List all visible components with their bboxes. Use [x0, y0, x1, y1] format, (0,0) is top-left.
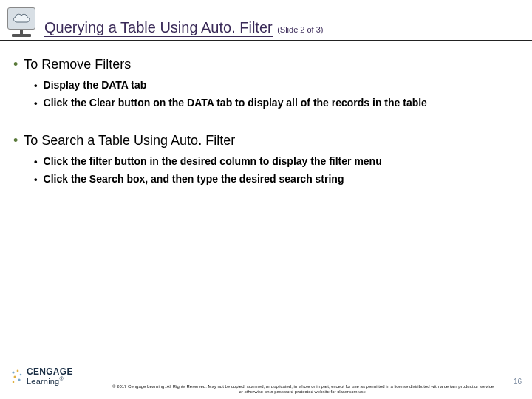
- svg-point-3: [14, 375, 16, 378]
- slide-subtitle: (Slide 2 of 3): [277, 25, 323, 35]
- svg-point-0: [12, 371, 14, 373]
- sub-list: • Display the DATA tab • Click the Clear…: [34, 77, 519, 112]
- cloud-icon: [7, 7, 35, 30]
- slide: Querying a Table Using Auto. Filter (Sli…: [0, 0, 532, 399]
- monitor-stand-icon: [7, 30, 35, 37]
- list-item-text: Click the Clear button on the DATA tab t…: [44, 97, 427, 110]
- title-wrap: Querying a Table Using Auto. Filter (Sli…: [44, 19, 324, 37]
- section-heading: • To Search a Table Using Auto. Filter: [13, 133, 519, 149]
- svg-point-1: [17, 369, 19, 372]
- header-icon-column: [7, 7, 35, 37]
- slide-header: Querying a Table Using Auto. Filter (Sli…: [0, 0, 532, 41]
- bullet-icon: •: [34, 97, 38, 110]
- list-item: • Display the DATA tab: [34, 77, 519, 95]
- list-item-text: Display the DATA tab: [44, 79, 147, 92]
- brand-name: CENGAGE: [27, 367, 73, 376]
- svg-point-5: [13, 381, 15, 383]
- list-item: • Click the Search box, and then type th…: [34, 171, 519, 188]
- bullet-icon: •: [13, 133, 18, 149]
- list-item: • Click the filter button in the desired…: [34, 153, 519, 171]
- sub-list: • Click the filter button in the desired…: [34, 153, 519, 188]
- svg-point-4: [18, 378, 20, 381]
- bullet-icon: •: [34, 155, 38, 168]
- page-number: 16: [514, 378, 522, 386]
- bullet-icon: •: [34, 79, 38, 92]
- svg-point-2: [20, 373, 22, 375]
- list-item-text: Click the Search box, and then type the …: [44, 173, 344, 186]
- slide-title: Querying a Table Using Auto. Filter: [44, 19, 273, 37]
- header-row: Querying a Table Using Auto. Filter (Sli…: [7, 7, 525, 37]
- section-heading-text: To Remove Filters: [24, 57, 131, 72]
- brand-sub: Learning®: [27, 376, 73, 386]
- brand-logo: CENGAGE Learning®: [10, 367, 73, 386]
- copyright-notice: © 2017 Cengage Learning. All Rights Rese…: [111, 384, 495, 395]
- brand-mark-icon: [10, 369, 24, 385]
- list-item-text: Click the filter button in the desired c…: [44, 155, 382, 168]
- brand-text: CENGAGE Learning®: [27, 367, 73, 386]
- slide-footer: CENGAGE Learning® © 2017 Cengage Learnin…: [0, 355, 532, 399]
- list-item: • Click the Clear button on the DATA tab…: [34, 95, 519, 112]
- section-heading: • To Remove Filters: [13, 57, 519, 72]
- bullet-icon: •: [34, 173, 38, 186]
- bullet-icon: •: [13, 57, 18, 72]
- slide-body: • To Remove Filters • Display the DATA t…: [0, 41, 532, 188]
- section-heading-text: To Search a Table Using Auto. Filter: [24, 133, 235, 149]
- footer-rule: [192, 355, 466, 355]
